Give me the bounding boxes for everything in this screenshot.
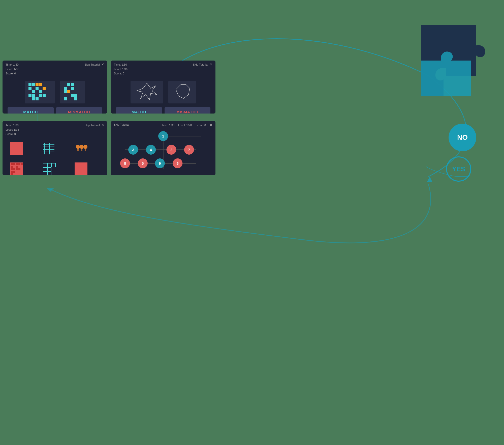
rotations-close-icon[interactable]: ✕ bbox=[101, 63, 104, 66]
svg-text:7: 7 bbox=[188, 148, 190, 152]
svg-rect-61 bbox=[11, 171, 13, 173]
svg-rect-12 bbox=[39, 90, 42, 93]
svg-rect-27 bbox=[64, 97, 67, 100]
svg-rect-71 bbox=[75, 162, 87, 175]
spatial-planning-screen: Skip Tutorial Time: 1:30 Level: 1/20 Sco… bbox=[111, 121, 215, 175]
polygons-skip-label[interactable]: Skip Tutorial bbox=[193, 63, 208, 66]
svg-rect-52 bbox=[18, 163, 20, 165]
rotations-mismatch-btn[interactable]: MISMATCH bbox=[56, 107, 102, 114]
rotations-level: Level: 1/36 bbox=[6, 67, 19, 72]
polygons-buttons: MATCH MISMATCH bbox=[111, 107, 215, 114]
odd-one-out-header: Time: 1:30 Level: 1/36 Score: 0 Skip Tut… bbox=[3, 121, 107, 137]
odd-cell-5[interactable] bbox=[40, 160, 57, 175]
svg-text:5: 5 bbox=[142, 161, 144, 165]
svg-marker-0 bbox=[427, 177, 432, 182]
rotations-score: Score: 0 bbox=[6, 71, 19, 76]
spatial-close-icon[interactable]: ✕ bbox=[210, 123, 212, 127]
svg-rect-24 bbox=[67, 90, 70, 93]
polygons-skip-area[interactable]: Skip Tutorial ✕ bbox=[193, 63, 212, 66]
svg-rect-64 bbox=[43, 163, 47, 167]
spatial-skip-label[interactable]: Skip Tutorial bbox=[114, 123, 129, 126]
svg-point-43 bbox=[80, 145, 84, 149]
svg-rect-8 bbox=[36, 87, 39, 90]
odd-cell-6[interactable] bbox=[72, 160, 90, 175]
odd-one-out-stats: Time: 1:30 Level: 1/36 Score: 0 bbox=[6, 123, 19, 136]
svg-rect-20 bbox=[71, 83, 74, 86]
svg-rect-44 bbox=[81, 149, 82, 151]
svg-rect-65 bbox=[47, 163, 51, 167]
svg-rect-25 bbox=[71, 94, 74, 97]
rotations-skip-area[interactable]: Skip Tutorial ✕ bbox=[84, 63, 104, 66]
svg-rect-22 bbox=[71, 87, 74, 90]
polygons-content bbox=[111, 77, 215, 107]
odd-cell-3[interactable] bbox=[72, 140, 90, 158]
svg-marker-29 bbox=[137, 83, 157, 100]
odd-one-out-screen: Time: 1:30 Level: 1/36 Score: 0 Skip Tut… bbox=[3, 121, 107, 175]
odd-level: Level: 1/36 bbox=[6, 128, 19, 132]
rotations-content bbox=[3, 77, 107, 107]
svg-rect-56 bbox=[16, 166, 18, 168]
odd-cell-2[interactable] bbox=[40, 140, 57, 158]
svg-rect-62 bbox=[13, 171, 15, 173]
polygons-close-icon[interactable]: ✕ bbox=[210, 63, 212, 66]
polygons-match-btn[interactable]: MATCH bbox=[116, 107, 162, 114]
no-label: NO bbox=[457, 133, 468, 142]
polygons-image2 bbox=[168, 81, 196, 103]
svg-rect-21 bbox=[64, 87, 67, 90]
polygons-image1 bbox=[131, 81, 163, 103]
puzzle-container bbox=[421, 25, 491, 96]
odd-skip-label[interactable]: Skip Tutorial bbox=[84, 124, 100, 127]
polygons-screen: Time: 1:30 Level: 1/36 Score: 0 Skip Tut… bbox=[111, 61, 215, 114]
rotations-buttons: MATCH MISMATCH bbox=[3, 107, 107, 114]
svg-text:1: 1 bbox=[162, 134, 164, 138]
svg-rect-53 bbox=[21, 163, 23, 165]
polygons-time: Time: 1:30 bbox=[114, 63, 128, 67]
svg-rect-66 bbox=[43, 168, 47, 171]
svg-rect-63 bbox=[11, 173, 13, 175]
rotations-match-btn[interactable]: MATCH bbox=[8, 107, 54, 114]
svg-rect-10 bbox=[39, 83, 42, 86]
svg-text:4: 4 bbox=[150, 148, 152, 152]
odd-close-icon[interactable]: ✕ bbox=[101, 123, 104, 127]
svg-rect-54 bbox=[11, 166, 13, 168]
spatial-header: Skip Tutorial Time: 1:30 Level: 1/20 Sco… bbox=[111, 121, 215, 128]
odd-grid bbox=[3, 137, 107, 175]
svg-rect-59 bbox=[16, 168, 18, 170]
polygons-mismatch-btn[interactable]: MISMATCH bbox=[165, 107, 211, 114]
spatial-time: Time: 1:30 bbox=[162, 124, 175, 127]
svg-rect-23 bbox=[64, 90, 67, 93]
rotations-skip-label[interactable]: Skip Tutorial bbox=[84, 63, 100, 66]
svg-marker-3 bbox=[47, 188, 54, 192]
rotations-stats: Time: 1:30 Level: 1/36 Score: 0 bbox=[6, 63, 19, 76]
svg-text:2: 2 bbox=[170, 148, 172, 152]
svg-rect-42 bbox=[77, 149, 79, 151]
svg-rect-55 bbox=[13, 166, 15, 168]
spatial-level: Level: 1/20 bbox=[178, 124, 192, 127]
svg-marker-30 bbox=[176, 85, 190, 98]
odd-time: Time: 1:30 bbox=[6, 123, 19, 128]
svg-rect-19 bbox=[67, 83, 70, 86]
no-circle[interactable]: NO bbox=[449, 124, 476, 151]
odd-skip-area[interactable]: Skip Tutorial ✕ bbox=[84, 123, 104, 127]
svg-rect-26 bbox=[74, 94, 77, 97]
svg-rect-9 bbox=[32, 90, 35, 93]
svg-rect-17 bbox=[32, 97, 35, 100]
svg-rect-16 bbox=[43, 94, 46, 97]
polygons-stats: Time: 1:30 Level: 1/36 Score: 0 bbox=[114, 63, 128, 76]
svg-rect-18 bbox=[36, 97, 39, 100]
yes-circle[interactable]: YES bbox=[446, 156, 471, 182]
svg-rect-11 bbox=[43, 87, 46, 90]
svg-rect-57 bbox=[11, 168, 13, 170]
polygons-score: Score: 0 bbox=[114, 71, 128, 76]
svg-rect-28 bbox=[74, 97, 77, 100]
svg-text:6: 6 bbox=[177, 161, 179, 165]
odd-cell-4[interactable] bbox=[8, 160, 25, 175]
svg-rect-49 bbox=[11, 163, 13, 165]
svg-rect-14 bbox=[32, 94, 35, 97]
odd-cell-1[interactable] bbox=[8, 140, 25, 158]
svg-rect-6 bbox=[36, 83, 39, 86]
spatial-content: 1 3 4 2 7 8 5 9 6 bbox=[111, 128, 215, 175]
svg-rect-70 bbox=[52, 163, 55, 167]
svg-rect-69 bbox=[47, 172, 51, 175]
polygons-header: Time: 1:30 Level: 1/36 Score: 0 Skip Tut… bbox=[111, 61, 215, 77]
